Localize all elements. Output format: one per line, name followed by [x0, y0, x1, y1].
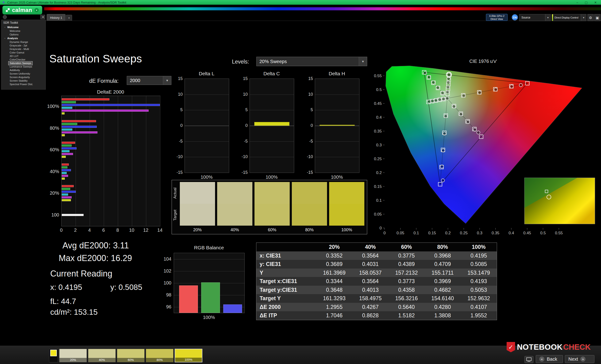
history-tile-100%[interactable]: 100%: [175, 349, 202, 362]
patch-label: 60%: [254, 227, 290, 233]
rgb-balance-chart: RGB Balance1041021009896100%: [155, 244, 256, 321]
settings-gear-button[interactable]: ⚙: [587, 14, 594, 21]
sidebar-item-welcome[interactable]: Welcome: [9, 29, 22, 33]
table-row: ΔE ITP1.70460.86281.51821.38081.9552: [256, 311, 497, 320]
table-cell: 0.3564: [352, 251, 389, 260]
add-tab-button[interactable]: +: [66, 15, 72, 21]
delta_h-ytick: 0: [302, 123, 313, 128]
sidebar-item-color-gamut[interactable]: Color Gamut: [9, 51, 25, 54]
deltae-xtick: 10: [127, 228, 136, 233]
history-tile-20%[interactable]: 20%: [59, 349, 87, 362]
notebookcheck-watermark: ✓ NOTEBOOK CHECK: [507, 342, 591, 352]
target-label: Target: [173, 204, 179, 226]
levels-label: Levels:: [232, 59, 249, 65]
sidebar-item-spectral-power-dist-[interactable]: Spectral Power Dist.: [9, 83, 34, 86]
next-button[interactable]: Next »: [565, 355, 594, 363]
deltae-bar-green: [62, 166, 67, 168]
current-cdm2: cd/m²: 153.15: [50, 308, 98, 317]
collapse-icon[interactable]: −: [4, 37, 6, 40]
table-cell: 0.4267: [352, 303, 389, 311]
table-cell: 1.5182: [389, 311, 425, 320]
sidebar-item-grayscale-2pt[interactable]: Grayscale - 2pt: [9, 44, 28, 47]
table-header-cell: 80%: [424, 243, 461, 251]
minimize-button[interactable]: –: [577, 1, 578, 4]
sidebar-item-grayscale-multi[interactable]: Grayscale - Multi: [9, 47, 30, 51]
cie-measured-marker: [494, 88, 498, 91]
de-formula-value: 2000: [130, 78, 140, 83]
sidebar-item-additivity[interactable]: Additivity: [9, 68, 21, 72]
de-formula-select[interactable]: 2000 ▾: [127, 76, 171, 85]
meter-count-badge[interactable]: 235: [512, 14, 518, 20]
svg-text:0.35: 0.35: [491, 231, 499, 235]
table-cell: 0.4195: [461, 251, 497, 260]
table-header-cell: 60%: [389, 243, 425, 251]
patch-label: 40%: [217, 227, 252, 233]
maximize-button[interactable]: ▢: [585, 1, 588, 4]
deltae-ylabel: 40%: [42, 169, 59, 174]
sidebar-item-luminance-sweeps[interactable]: Luminance Sweeps: [9, 65, 33, 68]
titlebar: ❖ Calman 2025 Calman Ultimate for Busine…: [0, 0, 601, 5]
next-label: Next: [568, 356, 578, 362]
history-tile-60%[interactable]: 60%: [117, 349, 145, 362]
table-cell: 0.8628: [352, 311, 389, 320]
delta_h-ytick: 15: [302, 76, 313, 81]
table-row-label: x: CIE31: [256, 251, 316, 260]
deltae-xtick: 8: [113, 228, 122, 233]
sidebar-item-dynamic-range[interactable]: Dynamic Range: [9, 40, 29, 44]
history-tile-80%[interactable]: 80%: [146, 349, 173, 362]
meter-name: X-Rite i1Pro 2: [486, 15, 507, 18]
sidebar-item-colorchecker[interactable]: ColorChecker: [9, 58, 27, 61]
panel-toggle-button[interactable]: ▣: [594, 14, 601, 21]
display-button[interactable]: [524, 356, 533, 363]
history-tile-40%[interactable]: 40%: [88, 349, 116, 362]
spectrum-strip: [44, 7, 601, 10]
close-button[interactable]: ✕: [594, 1, 597, 4]
sidebar-tree: −WelcomeWelcomeOptions−AnalysisDynamic R…: [1, 25, 46, 86]
table-row-label: ΔE ITP: [256, 311, 316, 320]
cie-measured-marker: [473, 128, 477, 131]
delta_h-ytick: -5: [302, 139, 313, 144]
table-cell: 0.3689: [316, 260, 352, 268]
delta-c-chart: Delta C151050-5-10-15100%: [235, 71, 298, 182]
sidebar-item-screen-angularity[interactable]: Screen Angularity: [9, 76, 31, 79]
display-control-select[interactable]: Direct Display Control ▾: [552, 14, 586, 21]
calman-menu-button[interactable]: calman ▾: [2, 6, 42, 15]
table-row: ΔE 20001.29550.42670.56400.42800.4107: [256, 303, 497, 311]
deltae-bar-green: [62, 101, 76, 103]
delta_h-ytick: 5: [302, 107, 313, 112]
delta_l-ytick: -15: [171, 170, 183, 175]
deltae-bar-magenta: [62, 153, 73, 155]
sidebar-collapse-button[interactable]: ◀: [40, 15, 45, 19]
svg-text:0.25: 0.25: [374, 157, 382, 161]
back-label: Back: [547, 356, 557, 362]
back-button[interactable]: « Back: [536, 355, 563, 363]
sidebar-item-screen-uniformity[interactable]: Screen Uniformity: [9, 72, 31, 76]
chevron-down-icon: ▾: [34, 8, 39, 12]
tab-label: History 1: [50, 16, 62, 19]
delta_h-ytick: 10: [302, 92, 313, 97]
rgb-ytick: 98: [157, 292, 171, 297]
deltae-xtick: 6: [99, 228, 108, 233]
rgb-ytick: 100: [157, 280, 171, 286]
current-x: x: 0.4195: [50, 283, 82, 292]
sidebar-item-options[interactable]: Options: [9, 33, 20, 36]
svg-text:0.2: 0.2: [376, 171, 382, 175]
back-arrow-icon: «: [539, 356, 544, 362]
table-cell: 153.1479: [461, 268, 497, 277]
source-select[interactable]: Source ▾: [519, 14, 551, 21]
current-reading-heading: Current Reading: [50, 269, 112, 279]
table-header-cell: 40%: [352, 243, 389, 251]
meter-device-button[interactable]: X-Rite i1Pro 2 Direct View: [486, 14, 508, 21]
sidebar-item-3d-lut[interactable]: 3D LUT: [9, 54, 20, 58]
cie-measured-marker: [427, 76, 431, 79]
history-tile-label: 60%: [117, 358, 144, 362]
sidebar-item-saturation-sweeps[interactable]: Saturation Sweeps: [9, 61, 32, 65]
tab-history-1[interactable]: History 1: [47, 14, 66, 21]
levels-select[interactable]: 20% Sweeps ▾: [256, 57, 367, 66]
rgb-ytick: 102: [157, 268, 171, 273]
session-indicator-icon[interactable]: [3, 15, 7, 19]
sidebar-item-screen-stability[interactable]: Screen Stability: [9, 79, 29, 83]
deltae-bar-white: [62, 214, 84, 216]
table-cell: 0.4709: [424, 260, 461, 268]
collapse-icon[interactable]: −: [4, 26, 6, 29]
